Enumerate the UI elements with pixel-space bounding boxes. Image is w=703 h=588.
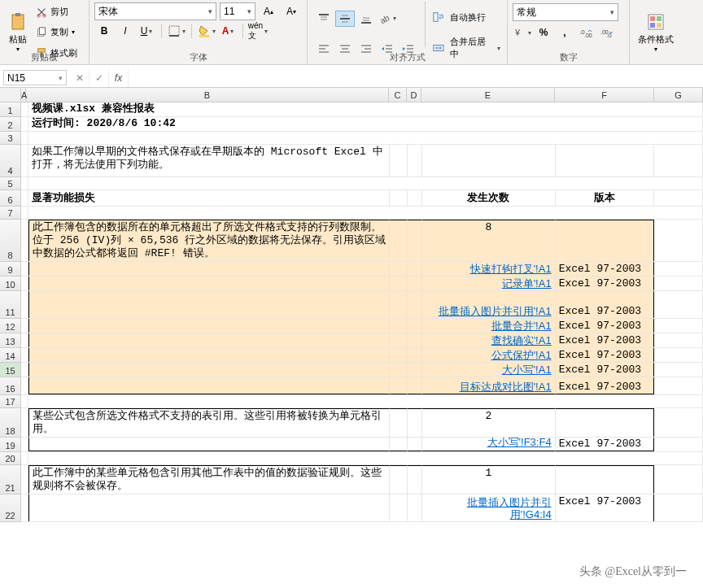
row-header[interactable]: 8 (0, 220, 21, 262)
cut-button[interactable]: 剪切 (36, 4, 77, 20)
issue-version[interactable]: Excel 97-2003 (556, 333, 655, 347)
column-headers[interactable]: A B C D E F G (21, 88, 703, 102)
orientation-button[interactable]: ab (378, 11, 397, 27)
number-group-label: 数字 (508, 50, 629, 65)
col-header[interactable]: F (555, 88, 654, 102)
italic-button[interactable]: I (116, 23, 135, 39)
issue-version[interactable]: Excel 97-2003 (556, 262, 655, 276)
block2-count[interactable]: 2 (422, 408, 555, 437)
issue-version[interactable]: Excel 97-2003 (556, 363, 655, 377)
issue-link[interactable]: 快速打钩打叉'!A1 (470, 263, 552, 275)
row-header[interactable]: 1 (0, 102, 21, 117)
phonetic-button[interactable]: wén文 (248, 23, 268, 39)
row-header[interactable]: 2 (0, 117, 21, 132)
bold-button[interactable]: B (94, 23, 114, 39)
row-header[interactable]: 7 (0, 207, 21, 220)
row-header[interactable]: 12 (0, 319, 21, 333)
comma-button[interactable]: , (555, 24, 574, 41)
align-top-button[interactable] (314, 11, 334, 27)
row-header[interactable]: 9 (0, 262, 21, 277)
issue-link[interactable]: 批量合并'!A1 (491, 320, 552, 332)
row-header[interactable]: 16 (0, 377, 21, 395)
issue-version[interactable]: Excel 97-2003 (556, 291, 655, 318)
block3-link[interactable]: 批量插入图片并引用'!G4:I4 (426, 496, 551, 520)
row-header[interactable]: 17 (0, 395, 21, 408)
block3-count[interactable]: 1 (422, 465, 555, 494)
runtime-cell[interactable]: 运行时间: 2020/8/6 10:42 (28, 117, 703, 131)
row-header[interactable]: 20 (0, 452, 21, 465)
issue-version[interactable]: Excel 97-2003 (556, 277, 655, 290)
col-header[interactable]: D (407, 88, 421, 102)
col-header[interactable]: E (421, 88, 555, 102)
group-number: 常规 ¥ % , .0.00 .00.0 数字 (508, 0, 630, 65)
fill-color-button[interactable] (197, 23, 216, 39)
cells-grid[interactable]: 视频课.xlsx 兼容性报表 运行时间: 2020/8/6 10:42 如果工作… (21, 102, 703, 588)
cancel-formula-button[interactable]: ✕ (70, 68, 90, 87)
title-cell[interactable]: 视频课.xlsx 兼容性报表 (28, 102, 703, 116)
row-header[interactable]: 14 (0, 348, 21, 363)
row-header[interactable]: 15 (0, 363, 21, 377)
block3-ver[interactable]: Excel 97-2003 (556, 494, 655, 521)
col-header[interactable]: B (26, 88, 389, 102)
decrease-decimal-button[interactable]: .00.0 (597, 24, 617, 41)
svg-text:.00: .00 (584, 33, 592, 38)
confirm-formula-button[interactable]: ✓ (90, 68, 109, 87)
intro-cell[interactable]: 如果工作簿以早期的文件格式保存或在早期版本的 Microsoft Excel 中… (28, 145, 390, 176)
block3-text[interactable]: 此工作簿中的某些单元格包含引用其他工作表中的值的数据验证规则。这些规则将不会被保… (28, 465, 390, 494)
block2-text[interactable]: 某些公式包含所选文件格式不支持的表引用。这些引用将被转换为单元格引用。 (28, 408, 390, 437)
percent-button[interactable]: % (534, 24, 553, 41)
fx-button[interactable]: fx (109, 68, 129, 87)
formula-input[interactable] (129, 68, 703, 87)
row-header[interactable]: 18 (0, 408, 21, 438)
col-header[interactable]: C (389, 88, 407, 102)
row-header[interactable]: 5 (0, 177, 21, 190)
hdr-loss[interactable]: 显著功能损失 (28, 190, 390, 206)
svg-rect-0 (12, 15, 24, 29)
issue-link[interactable]: 查找确实'!A1 (491, 334, 552, 346)
block2-link[interactable]: 大小写'!F3:F4 (487, 438, 552, 450)
block2-ver[interactable]: Excel 97-2003 (556, 438, 655, 451)
align-bottom-button[interactable] (356, 11, 376, 27)
accounting-format-button[interactable]: ¥ (513, 24, 532, 41)
issue-version[interactable]: Excel 97-2003 (556, 348, 655, 362)
row-header[interactable]: 11 (0, 291, 21, 319)
underline-button[interactable]: U (137, 23, 156, 39)
col-header[interactable]: G (654, 88, 703, 102)
number-format-combo[interactable]: 常规 (513, 3, 618, 21)
name-box[interactable]: N15 (3, 70, 67, 85)
row-header[interactable]: 6 (0, 190, 21, 207)
row-header[interactable]: 22 (0, 494, 21, 522)
block1-text[interactable]: 此工作簿包含的数据所在的单元格超出了所选文件格式支持的行列数限制。位于 256 … (28, 220, 390, 261)
worksheet[interactable]: A B C D E F G 12345678910111213141516171… (0, 88, 703, 588)
conditional-format-button[interactable]: 条件格式 ▾ (633, 2, 679, 63)
row-header[interactable]: 21 (0, 465, 21, 494)
font-size-combo[interactable]: 11 (220, 2, 255, 20)
block1-count[interactable]: 8 (422, 220, 555, 261)
font-color-button[interactable]: A (218, 23, 238, 39)
issue-link[interactable]: 大小写'!A1 (502, 364, 552, 376)
wrap-text-button[interactable]: 自动换行 (432, 9, 500, 25)
row-header[interactable]: 13 (0, 333, 21, 348)
font-name-combo[interactable]: 宋体 (94, 2, 216, 20)
issue-link[interactable]: 目标达成对比图'!A1 (460, 381, 552, 393)
align-middle-button[interactable] (335, 11, 355, 27)
row-headers[interactable]: 12345678910111213141516171819202122 (0, 102, 21, 522)
border-button[interactable] (167, 23, 186, 39)
hdr-count[interactable]: 发生次数 (422, 190, 555, 206)
issue-version[interactable]: Excel 97-2003 (556, 377, 655, 394)
alignment-group-label: 对齐方式 (308, 50, 507, 65)
row-header[interactable]: 4 (0, 145, 21, 177)
select-all-corner[interactable] (0, 88, 21, 102)
hdr-version[interactable]: 版本 (556, 190, 655, 206)
row-header[interactable]: 3 (0, 132, 21, 145)
issue-link[interactable]: 公式保护'!A1 (491, 349, 552, 361)
issue-link[interactable]: 批量插入图片并引用'!A1 (439, 305, 552, 317)
row-header[interactable]: 10 (0, 277, 21, 291)
row-header[interactable]: 19 (0, 438, 21, 452)
issue-link[interactable]: 记录单'!A1 (502, 277, 552, 290)
issue-version[interactable]: Excel 97-2003 (556, 319, 655, 333)
increase-font-button[interactable]: A▴ (259, 3, 278, 20)
decrease-font-button[interactable]: A▾ (282, 3, 301, 20)
increase-decimal-button[interactable]: .0.00 (576, 24, 596, 41)
copy-button[interactable]: 复制▾ (36, 24, 77, 41)
